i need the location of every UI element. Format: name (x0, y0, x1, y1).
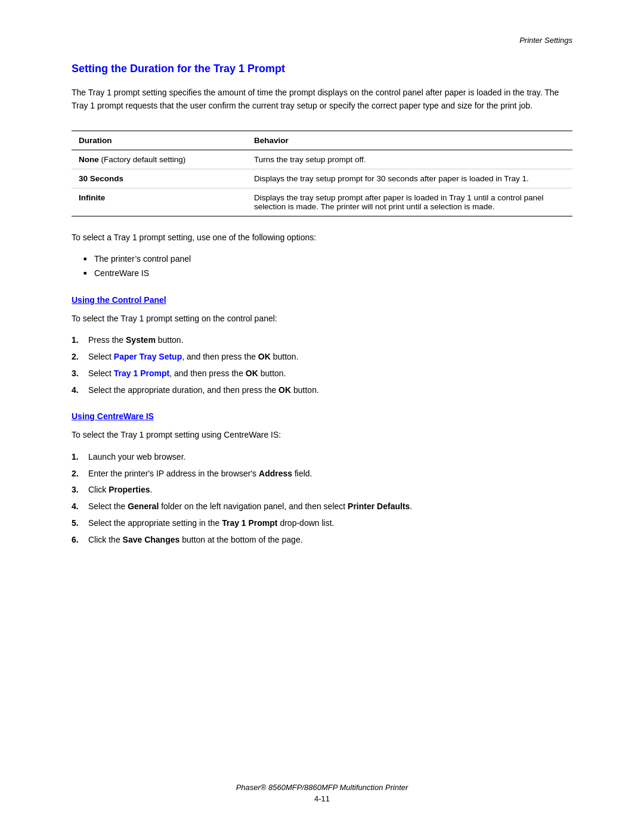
footer-model: Phaser® 8560MFP/8860MFP Multifunction Pr… (0, 783, 644, 792)
cw-step-1: 1. Launch your web browser. (72, 450, 572, 465)
duration-cell: Infinite (72, 188, 247, 216)
behavior-cell: Displays the tray setup prompt for 30 se… (247, 169, 572, 188)
centreware-section: Using CentreWare IS To select the Tray 1… (72, 411, 572, 547)
cw-step4-general: General (128, 501, 159, 511)
behavior-cell: Turns the tray setup prompt off. (247, 150, 572, 169)
page-footer: Phaser® 8560MFP/8860MFP Multifunction Pr… (0, 783, 644, 803)
table-row: 30 SecondsDisplays the tray setup prompt… (72, 169, 572, 188)
cw-step-4: 4. Select the General folder on the left… (72, 500, 572, 514)
control-panel-section: Using the Control Panel To select the Tr… (72, 295, 572, 398)
intro-text: The Tray 1 prompt setting specifies the … (72, 86, 572, 113)
table-row: None (Factory default setting)Turns the … (72, 150, 572, 169)
duration-table: Duration Behavior None (Factory default … (72, 131, 572, 216)
cw-step4-defaults: Printer Defaults (348, 501, 410, 511)
centreware-steps: 1. Launch your web browser. 2. Enter the… (72, 450, 572, 547)
page-container: Printer Settings Setting the Duration fo… (0, 0, 644, 833)
step-3: 3. Select Tray 1 Prompt, and then press … (72, 367, 572, 381)
cw-step-2: 2. Enter the printer's IP address in the… (72, 467, 572, 481)
step-2: 2. Select Paper Tray Setup, and then pre… (72, 350, 572, 364)
centreware-intro: To select the Tray 1 prompt setting usin… (72, 428, 572, 441)
step-1: 1. Press the System button. (72, 333, 572, 348)
list-item: CentreWare IS (83, 267, 572, 281)
options-list: The printer’s control panelCentreWare IS (72, 252, 572, 281)
step2-blue: Paper Tray Setup (114, 352, 182, 361)
main-heading: Setting the Duration for the Tray 1 Prom… (72, 63, 572, 75)
table-header-duration: Duration (72, 131, 247, 150)
duration-cell: 30 Seconds (72, 169, 247, 188)
page-header: Printer Settings (72, 36, 572, 45)
step2-ok: OK (258, 352, 271, 361)
cw-step2-bold: Address (259, 469, 292, 478)
control-panel-steps: 1. Press the System button. 2. Select Pa… (72, 333, 572, 397)
header-title: Printer Settings (519, 36, 572, 45)
step4-ok: OK (278, 385, 291, 395)
following-text: To select a Tray 1 prompt setting, use o… (72, 231, 572, 244)
table-header-behavior: Behavior (247, 131, 572, 150)
control-panel-subheading: Using the Control Panel (72, 295, 572, 305)
table-row: InfiniteDisplays the tray setup prompt a… (72, 188, 572, 216)
cw-step-5: 5. Select the appropriate setting in the… (72, 516, 572, 531)
control-panel-intro: To select the Tray 1 prompt setting on t… (72, 312, 572, 325)
duration-cell: None (Factory default setting) (72, 150, 247, 169)
list-item: The printer’s control panel (83, 252, 572, 267)
cw-step-3: 3. Click Properties. (72, 483, 572, 497)
footer-page: 4-11 (0, 794, 644, 803)
cw-step6-bold: Save Changes (123, 535, 180, 544)
step3-blue: Tray 1 Prompt (114, 368, 169, 378)
centreware-subheading: Using CentreWare IS (72, 411, 572, 421)
step-4: 4. Select the appropriate duration, and … (72, 383, 572, 398)
step3-ok: OK (246, 368, 258, 378)
step1-bold: System (126, 335, 156, 345)
cw-step-6: 6. Click the Save Changes button at the … (72, 533, 572, 547)
behavior-cell: Displays the tray setup prompt after pap… (247, 188, 572, 216)
cw-step5-bold: Tray 1 Prompt (222, 518, 277, 528)
cw-step3-bold: Properties (109, 485, 150, 494)
